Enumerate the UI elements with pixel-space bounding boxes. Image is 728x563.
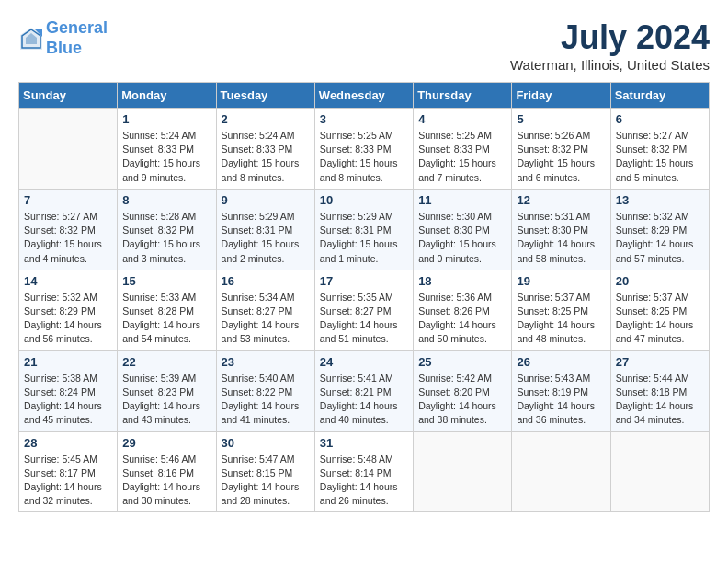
day-info: Sunrise: 5:27 AM Sunset: 8:32 PM Dayligh… [24,210,112,266]
day-number: 6 [616,112,704,126]
logo-blue: Blue [46,39,82,57]
calendar-cell: 28Sunrise: 5:45 AM Sunset: 8:17 PM Dayli… [19,431,118,512]
calendar-cell: 23Sunrise: 5:40 AM Sunset: 8:22 PM Dayli… [216,350,314,431]
day-info: Sunrise: 5:38 AM Sunset: 8:24 PM Dayligh… [24,372,112,428]
calendar-cell: 5Sunrise: 5:26 AM Sunset: 8:32 PM Daylig… [512,109,610,190]
day-info: Sunrise: 5:45 AM Sunset: 8:17 PM Dayligh… [24,453,112,509]
day-number: 22 [122,355,210,369]
day-number: 25 [418,355,506,369]
day-number: 12 [517,193,605,207]
day-info: Sunrise: 5:31 AM Sunset: 8:30 PM Dayligh… [517,210,605,266]
calendar-cell: 19Sunrise: 5:37 AM Sunset: 8:25 PM Dayli… [512,270,610,350]
day-info: Sunrise: 5:24 AM Sunset: 8:33 PM Dayligh… [222,129,310,185]
day-number: 30 [222,436,310,450]
calendar-cell: 13Sunrise: 5:32 AM Sunset: 8:29 PM Dayli… [610,189,709,270]
day-number: 18 [418,274,506,288]
weekday-header-row: SundayMondayTuesdayWednesdayThursdayFrid… [19,83,710,109]
day-number: 3 [320,112,408,126]
day-number: 21 [24,355,112,369]
day-number: 1 [122,112,210,126]
weekday-header-sunday: Sunday [19,83,118,109]
day-number: 28 [24,436,112,450]
weekday-header-friday: Friday [512,83,610,109]
day-info: Sunrise: 5:25 AM Sunset: 8:33 PM Dayligh… [320,129,408,185]
week-row-5: 28Sunrise: 5:45 AM Sunset: 8:17 PM Dayli… [19,431,710,512]
calendar-cell: 6Sunrise: 5:27 AM Sunset: 8:32 PM Daylig… [610,109,709,190]
day-info: Sunrise: 5:47 AM Sunset: 8:15 PM Dayligh… [222,453,310,509]
day-info: Sunrise: 5:40 AM Sunset: 8:22 PM Dayligh… [222,372,310,428]
day-info: Sunrise: 5:36 AM Sunset: 8:26 PM Dayligh… [418,291,506,347]
day-number: 5 [517,112,605,126]
day-number: 8 [122,193,210,207]
week-row-3: 14Sunrise: 5:32 AM Sunset: 8:29 PM Dayli… [19,270,710,350]
logo-general: General [46,18,108,37]
day-number: 15 [122,274,210,288]
day-info: Sunrise: 5:27 AM Sunset: 8:32 PM Dayligh… [616,129,704,185]
day-info: Sunrise: 5:32 AM Sunset: 8:29 PM Dayligh… [24,291,112,347]
weekday-header-monday: Monday [118,83,216,109]
calendar-cell: 1Sunrise: 5:24 AM Sunset: 8:33 PM Daylig… [118,109,216,190]
weekday-header-wednesday: Wednesday [314,83,413,109]
day-number: 26 [517,355,605,369]
calendar-table: SundayMondayTuesdayWednesdayThursdayFrid… [18,82,710,512]
calendar-cell [414,431,512,512]
calendar-cell: 18Sunrise: 5:36 AM Sunset: 8:26 PM Dayli… [414,270,512,350]
day-number: 14 [24,274,112,288]
calendar-cell: 17Sunrise: 5:35 AM Sunset: 8:27 PM Dayli… [314,270,413,350]
day-info: Sunrise: 5:32 AM Sunset: 8:29 PM Dayligh… [616,210,704,266]
calendar-cell [610,431,709,512]
day-info: Sunrise: 5:29 AM Sunset: 8:31 PM Dayligh… [320,210,408,266]
day-number: 4 [418,112,506,126]
weekday-header-tuesday: Tuesday [216,83,314,109]
calendar-cell: 15Sunrise: 5:33 AM Sunset: 8:28 PM Dayli… [118,270,216,350]
day-info: Sunrise: 5:24 AM Sunset: 8:33 PM Dayligh… [122,129,210,185]
logo-icon [18,26,44,52]
calendar-cell: 24Sunrise: 5:41 AM Sunset: 8:21 PM Dayli… [314,350,413,431]
day-number: 19 [517,274,605,288]
week-row-2: 7Sunrise: 5:27 AM Sunset: 8:32 PM Daylig… [19,189,710,270]
calendar-cell: 25Sunrise: 5:42 AM Sunset: 8:20 PM Dayli… [414,350,512,431]
day-info: Sunrise: 5:41 AM Sunset: 8:21 PM Dayligh… [320,372,408,428]
day-number: 29 [122,436,210,450]
day-number: 27 [616,355,704,369]
day-info: Sunrise: 5:26 AM Sunset: 8:32 PM Dayligh… [517,129,605,185]
logo-text: General Blue [46,18,108,58]
day-info: Sunrise: 5:39 AM Sunset: 8:23 PM Dayligh… [122,372,210,428]
day-number: 20 [616,274,704,288]
calendar-cell: 26Sunrise: 5:43 AM Sunset: 8:19 PM Dayli… [512,350,610,431]
day-info: Sunrise: 5:34 AM Sunset: 8:27 PM Dayligh… [222,291,310,347]
weekday-header-thursday: Thursday [414,83,512,109]
day-number: 7 [24,193,112,207]
calendar-cell: 16Sunrise: 5:34 AM Sunset: 8:27 PM Dayli… [216,270,314,350]
day-number: 2 [222,112,310,126]
day-info: Sunrise: 5:28 AM Sunset: 8:32 PM Dayligh… [122,210,210,266]
calendar-cell: 27Sunrise: 5:44 AM Sunset: 8:18 PM Dayli… [610,350,709,431]
day-number: 24 [320,355,408,369]
calendar-cell [19,109,118,190]
calendar-cell: 20Sunrise: 5:37 AM Sunset: 8:25 PM Dayli… [610,270,709,350]
day-info: Sunrise: 5:43 AM Sunset: 8:19 PM Dayligh… [517,372,605,428]
day-number: 23 [222,355,310,369]
day-number: 10 [320,193,408,207]
calendar-cell: 8Sunrise: 5:28 AM Sunset: 8:32 PM Daylig… [118,189,216,270]
calendar-cell: 29Sunrise: 5:46 AM Sunset: 8:16 PM Dayli… [118,431,216,512]
page-header: General Blue July 2024 Waterman, Illinoi… [18,18,710,73]
day-info: Sunrise: 5:35 AM Sunset: 8:27 PM Dayligh… [320,291,408,347]
week-row-4: 21Sunrise: 5:38 AM Sunset: 8:24 PM Dayli… [19,350,710,431]
calendar-cell: 9Sunrise: 5:29 AM Sunset: 8:31 PM Daylig… [216,189,314,270]
day-info: Sunrise: 5:48 AM Sunset: 8:14 PM Dayligh… [320,453,408,509]
calendar-cell [512,431,610,512]
day-info: Sunrise: 5:33 AM Sunset: 8:28 PM Dayligh… [122,291,210,347]
day-info: Sunrise: 5:37 AM Sunset: 8:25 PM Dayligh… [517,291,605,347]
day-info: Sunrise: 5:29 AM Sunset: 8:31 PM Dayligh… [222,210,310,266]
day-number: 11 [418,193,506,207]
calendar-cell: 7Sunrise: 5:27 AM Sunset: 8:32 PM Daylig… [19,189,118,270]
calendar-cell: 10Sunrise: 5:29 AM Sunset: 8:31 PM Dayli… [314,189,413,270]
calendar-cell: 31Sunrise: 5:48 AM Sunset: 8:14 PM Dayli… [314,431,413,512]
week-row-1: 1Sunrise: 5:24 AM Sunset: 8:33 PM Daylig… [19,109,710,190]
calendar-cell: 12Sunrise: 5:31 AM Sunset: 8:30 PM Dayli… [512,189,610,270]
day-number: 16 [222,274,310,288]
calendar-cell: 14Sunrise: 5:32 AM Sunset: 8:29 PM Dayli… [19,270,118,350]
day-number: 13 [616,193,704,207]
day-info: Sunrise: 5:42 AM Sunset: 8:20 PM Dayligh… [418,372,506,428]
